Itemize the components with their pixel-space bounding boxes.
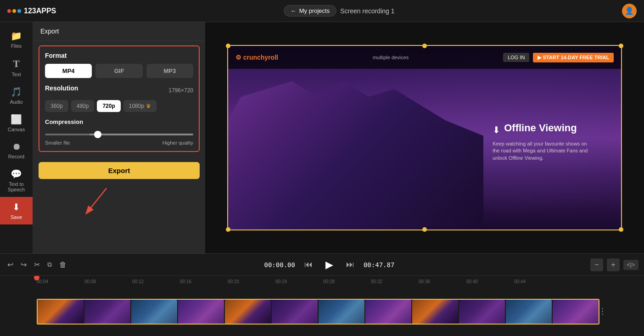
crunchyroll-bar: ⚙ crunchyroll multiple devices LOG IN ▶ … (228, 46, 621, 69)
track-thumb-2 (84, 300, 130, 325)
sidebar-item-record-label: Record (8, 154, 24, 159)
timeline-track[interactable] (0, 287, 644, 336)
login-button[interactable]: LOG IN (503, 53, 529, 62)
track-thumb-5 (225, 300, 271, 325)
track-dot-r3 (602, 314, 603, 315)
slider-labels: Smaller file Higher quality (45, 140, 193, 146)
redo-button[interactable]: ↪ (19, 258, 28, 271)
video-preview: ⚙ crunchyroll multiple devices LOG IN ▶ … (227, 45, 622, 230)
cut-button[interactable]: ✂ (32, 258, 42, 271)
my-projects-label: My projects (299, 7, 330, 14)
compression-slider-container (45, 129, 193, 137)
files-icon: 📁 (11, 30, 22, 41)
canvas-icon: ⬜ (11, 114, 22, 125)
compression-slider[interactable] (45, 134, 193, 135)
audio-icon: 🎵 (11, 86, 22, 97)
main-content: 📁 Files T Text 🎵 Audio ⬜ Canvas ⏺ Record… (0, 22, 644, 253)
dot-yellow (12, 9, 16, 13)
handle-bottom-center[interactable] (422, 227, 427, 232)
sidebar-item-record[interactable]: ⏺ Record (0, 137, 33, 164)
my-projects-button[interactable]: ← My projects (284, 5, 336, 17)
text-icon: T (13, 58, 20, 70)
track-thumb-1 (38, 300, 84, 325)
track-dot-r2 (602, 311, 603, 312)
sidebar-item-canvas-label: Canvas (8, 127, 25, 132)
dot-blue (17, 9, 21, 13)
format-mp3-button[interactable]: MP3 (146, 64, 193, 78)
ruler-mark-3: 00:16 (180, 279, 228, 284)
track-thumb-8 (365, 300, 411, 325)
rewind-button[interactable]: ⏮ (302, 258, 314, 271)
zoom-in-button[interactable]: + (607, 258, 620, 271)
sidebar: 📁 Files T Text 🎵 Audio ⬜ Canvas ⏺ Record… (0, 22, 33, 253)
time-display: 00:00.00 ⏮ ▶ ⏭ 00:47.87 (72, 258, 587, 271)
current-time: 00:00.00 (264, 261, 295, 269)
project-title: Screen recording 1 (340, 7, 394, 15)
delete-button[interactable]: 🗑 (57, 259, 68, 271)
app-logo: 123APPS (7, 7, 56, 15)
export-button[interactable]: Export (39, 162, 200, 179)
sidebar-item-text[interactable]: T Text (0, 53, 33, 82)
ruler-mark-9: 00:40 (466, 279, 514, 284)
sidebar-item-tts[interactable]: 💬 Text toSpeech (0, 164, 33, 197)
higher-quality-label: Higher quality (162, 140, 193, 146)
avatar[interactable]: 👤 (622, 4, 637, 18)
forward-button[interactable]: ⏭ (344, 258, 356, 271)
record-icon: ⏺ (12, 141, 21, 152)
res-360-button[interactable]: 360p (45, 100, 68, 112)
track-thumb-6 (272, 300, 318, 325)
track-thumb-7 (319, 300, 364, 325)
handle-bottom-left[interactable] (226, 227, 230, 232)
trial-button[interactable]: ▶ START 14-DAY FREE TRIAL (533, 53, 614, 62)
play-button[interactable]: ▶ (322, 259, 337, 271)
ruler-mark-6: 00:28 (323, 279, 371, 284)
sidebar-item-audio[interactable]: 🎵 Audio (0, 82, 33, 109)
res-1080-button[interactable]: 1080p ♛ (123, 100, 157, 112)
ruler-mark-2: 00:12 (132, 279, 180, 284)
timeline-controls: ↩ ↪ ✂ ⧉ 🗑 00:00.00 ⏮ ▶ ⏭ 00:47.87 − + <|… (0, 254, 644, 276)
app-header: 123APPS ← My projects Screen recording 1… (0, 0, 644, 22)
ruler-mark-0: 00:04 (37, 279, 84, 284)
sidebar-item-audio-label: Audio (10, 99, 22, 105)
arrow-svg (79, 184, 116, 216)
handle-top-left[interactable] (226, 44, 230, 48)
app-name: 123APPS (24, 7, 56, 15)
sidebar-item-canvas[interactable]: ⬜ Canvas (0, 109, 33, 137)
copy-button[interactable]: ⧉ (45, 259, 54, 270)
res-720-button[interactable]: 720p (97, 100, 120, 112)
sidebar-item-files[interactable]: 📁 Files (0, 26, 33, 53)
save-icon: ⬇ (12, 202, 20, 213)
ruler-mark-4: 00:20 (228, 279, 275, 284)
avatar-icon: 👤 (625, 6, 634, 15)
offline-title: Offline Viewing (504, 122, 577, 134)
video-area: ⚙ crunchyroll multiple devices LOG IN ▶ … (205, 22, 644, 253)
zoom-out-button[interactable]: − (590, 258, 603, 271)
track-thumb-11 (506, 300, 552, 325)
format-section-title: Format (45, 52, 193, 59)
multiple-devices-text: multiple devices (373, 55, 409, 60)
track-thumb-3 (131, 300, 177, 325)
handle-top-right[interactable] (619, 44, 623, 48)
sidebar-item-text-label: Text (11, 72, 21, 77)
res-480-button[interactable]: 480p (71, 100, 95, 112)
format-mp4-button[interactable]: MP4 (45, 64, 92, 78)
total-time: 00:47.87 (364, 261, 394, 269)
format-gif-button[interactable]: GIF (95, 64, 142, 78)
export-inner: Format MP4 GIF MP3 Resolution 1796×720 3… (33, 41, 205, 184)
undo-button[interactable]: ↩ (6, 258, 15, 271)
track-right-handle[interactable] (600, 299, 604, 325)
track-thumb-12 (553, 300, 599, 325)
sidebar-item-files-label: Files (11, 43, 22, 49)
track-thumb-10 (459, 300, 505, 325)
sidebar-item-tts-label: Text toSpeech (8, 181, 25, 192)
logo-dots (7, 9, 21, 13)
crown-icon: ♛ (146, 103, 151, 109)
track-right-dots (602, 308, 603, 315)
dot-red (7, 9, 11, 13)
track-thumb-4 (178, 300, 224, 325)
handle-bottom-right[interactable] (619, 227, 623, 232)
export-tab-label: Export (40, 28, 59, 35)
handle-top-center[interactable] (422, 44, 427, 48)
expand-button[interactable]: <|> (623, 260, 638, 270)
sidebar-item-save[interactable]: ⬇ Save (0, 197, 33, 224)
